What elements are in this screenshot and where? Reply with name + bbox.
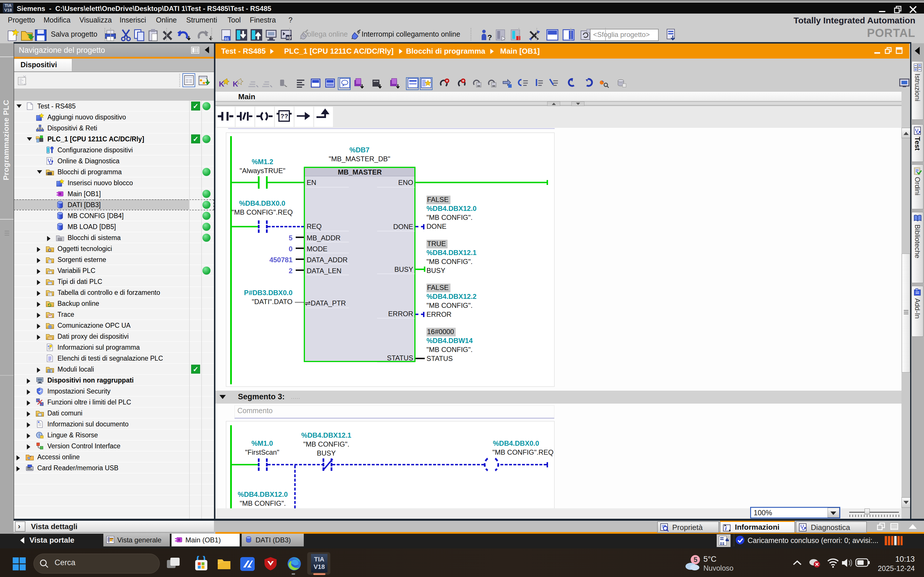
svg-text:i: i — [725, 525, 727, 532]
svg-text:RT: RT — [286, 36, 291, 40]
svg-text:01: 01 — [225, 37, 229, 41]
svg-text:??: ?? — [280, 113, 288, 120]
svg-text:?: ? — [488, 33, 492, 42]
svg-text:<Sfoglia progetto>: <Sfoglia progetto> — [593, 31, 650, 39]
svg-text:5: 5 — [694, 556, 697, 563]
